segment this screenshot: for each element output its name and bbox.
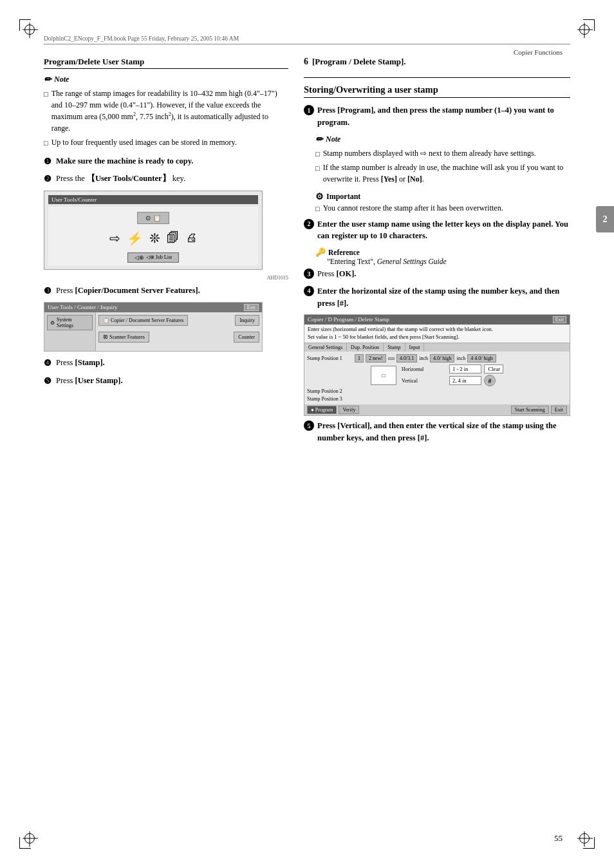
- note-title-left: ✏ Note: [44, 74, 288, 85]
- step-4-left: ❹ Press [Stamp].: [44, 357, 288, 370]
- tab-stamp[interactable]: Stamp: [384, 343, 405, 352]
- vertical-label: Vertical: [402, 378, 447, 384]
- stamp-pos-label-1: Stamp Position 1: [307, 355, 352, 361]
- note-pencil-icon-right: ✏: [315, 134, 323, 145]
- important-item-1: □ You cannot restore the stamp after it …: [315, 202, 570, 214]
- fax-icon: 🖨: [186, 231, 198, 245]
- section-divider-1: [304, 77, 570, 78]
- coords-btn-1[interactable]: 4.0/3.1: [396, 354, 417, 363]
- stamp-pos-row-2: Stamp Position 2: [307, 388, 567, 394]
- header-section: Copier Functions: [514, 48, 563, 56]
- tab-dup[interactable]: Dup. Position: [347, 343, 384, 352]
- header-text: Copier Functions: [514, 48, 563, 56]
- screen-icons-row: ⇨ ⚡ ❊ 🗐 🖨: [51, 227, 256, 250]
- big-screen-tabs: General Settings Dup. Position Stamp Inp…: [304, 343, 570, 352]
- storing-heading: Storing/Overwriting a user stamp: [304, 84, 570, 98]
- ref-key-icon: 🔑: [315, 247, 326, 258]
- arrow-right-icon: ⇨: [109, 231, 120, 246]
- step-1-right: 1 Press [Program], and then press the st…: [304, 104, 570, 129]
- step-circle-4-right: 4: [304, 286, 314, 296]
- step-3-right: 3 Press [OK].: [304, 268, 570, 280]
- doc-icon: 🗐: [167, 231, 180, 245]
- step-5-right: 5 Press [Vertical], and then enter the v…: [304, 420, 570, 444]
- step-num-4-left: ❹: [44, 357, 53, 370]
- coords-btn-2[interactable]: 4.0/ high: [430, 354, 454, 363]
- footer-verify-btn[interactable]: Verify: [339, 406, 359, 414]
- crosshair-tr: [579, 24, 590, 35]
- tab-general[interactable]: General Settings: [304, 343, 347, 352]
- tools-left-panel: ⚙ System Settings: [44, 312, 96, 351]
- section-heading-left: Program/Delete User Stamp: [44, 57, 288, 69]
- step-num-5-left: ❺: [44, 375, 53, 388]
- coords-btn-3[interactable]: 4 4.0/ high: [467, 354, 496, 363]
- big-screen-header: Copier / D Program / Delete Stamp Exit: [304, 315, 570, 325]
- page-number: 55: [554, 833, 563, 844]
- exit-btn-label: Exit: [244, 304, 259, 311]
- note-pencil-icon: ✏: [44, 74, 51, 85]
- big-screen-content: Stamp Position 1 1 2 new! 4.0/3.1 inch 4…: [304, 352, 570, 404]
- left-column: Program/Delete User Stamp ✏ Note □ The r…: [44, 57, 288, 829]
- footer-exit-btn[interactable]: Exit: [551, 406, 567, 414]
- scanner-features-btn[interactable]: 🖹 Scanner Features: [98, 332, 149, 343]
- important-title: ⚙ Important: [315, 191, 570, 202]
- checkbox-icon-2: □: [44, 138, 48, 149]
- num-1-btn[interactable]: 1: [355, 354, 364, 363]
- step-num-3-left: ❸: [44, 285, 53, 297]
- num-3-btn[interactable]: [388, 357, 395, 360]
- horizontal-field[interactable]: 1 - 2 in: [449, 364, 481, 373]
- reference-text: "Entering Text", General Settings Guide: [327, 258, 570, 265]
- step-circle-5-right: 5: [304, 420, 314, 431]
- arrow-next-icon: ⇨: [420, 149, 427, 158]
- bolt-icon: ⚡: [127, 231, 143, 246]
- big-screen-info: Enter sizes (horizontal and vertical) th…: [304, 325, 570, 343]
- reference-title: 🔑 Reference: [315, 247, 570, 258]
- step-circle-1-right: 1: [304, 105, 314, 115]
- counter-btn[interactable]: Counter: [234, 332, 259, 343]
- step-3-left: ❸ Press [Copier/Document Server Features…: [44, 285, 288, 297]
- book-icon: 📋: [153, 214, 161, 222]
- chapter-tab: 2: [596, 206, 614, 232]
- scanner-icon: 🖹: [103, 334, 108, 340]
- crosshair-tl: [24, 24, 35, 35]
- tab-input[interactable]: Input: [405, 343, 425, 352]
- step6-label: 6: [304, 57, 308, 67]
- job-list-icon: ◁⊕: [135, 254, 144, 261]
- crosshair-bl: [24, 833, 35, 844]
- note-item-right-1: □ Stamp numbers displayed with ⇨ next to…: [315, 147, 570, 160]
- clear-btn[interactable]: Clear: [484, 364, 503, 373]
- step-num-1-left: ❶: [44, 155, 53, 168]
- step-circle-3-right: 3: [304, 269, 314, 279]
- checkbox-icon-1: □: [44, 89, 48, 100]
- horizontal-label: Horizontal: [402, 366, 447, 372]
- step-1-left: ❶ Make sure the machine is ready to copy…: [44, 155, 288, 168]
- reference-block: 🔑 Reference "Entering Text", General Set…: [315, 247, 570, 265]
- footer-program-btn[interactable]: ● Program: [307, 406, 337, 414]
- step-5-left: ❺ Press [User Stamp].: [44, 375, 288, 388]
- step-circle-2-right: 2: [304, 219, 314, 229]
- checkbox-icon-right-2: □: [315, 163, 320, 174]
- step-2-right: 2 Enter the user stamp name using the le…: [304, 218, 570, 243]
- hash-button[interactable]: #: [484, 375, 496, 386]
- big-screen-exit-btn[interactable]: Exit: [553, 316, 566, 323]
- step-2-left: ❷ Press the 【User Tools/Counter】 key.: [44, 173, 288, 185]
- copier-icon: 📋: [103, 317, 109, 323]
- screen-copier-delete: Copier / D Program / Delete Stamp Exit E…: [304, 314, 570, 416]
- stamp-pos-row-1: Stamp Position 1 1 2 new! 4.0/3.1 inch 4…: [307, 354, 567, 363]
- inquiry-btn[interactable]: Inquiry: [235, 315, 259, 326]
- num-2-btn[interactable]: 2 new!: [366, 354, 386, 363]
- ahd-label-1: AHD1015: [44, 275, 288, 281]
- note-item-1: □ The range of stamp images for readabil…: [44, 88, 288, 134]
- circle-arrow-icon: ⊙: [145, 214, 151, 222]
- horizontal-row: □ Horizontal 1 - 2 in Clear V: [307, 364, 567, 386]
- screen-tools-counter: User Tools / Counter / Inquiry Exit ⚙ Sy…: [44, 302, 263, 352]
- checkbox-icon-imp-1: □: [315, 203, 320, 214]
- vertical-field[interactable]: 2, 4 in: [449, 376, 481, 385]
- big-screen-footer: ● Program Verify Start Scanning Exit: [304, 404, 570, 415]
- checkbox-icon-right-1: □: [315, 149, 320, 160]
- copier-features-btn[interactable]: 📋 Copier / Document Server Features: [98, 315, 188, 326]
- settings-icon: ❊: [149, 231, 160, 246]
- note-title-right: ✏ Note: [315, 134, 570, 145]
- footer-start-scan-btn[interactable]: Start Scanning: [511, 406, 549, 414]
- important-icon: ⚙: [315, 191, 324, 202]
- note-block-left: ✏ Note □ The range of stamp images for r…: [44, 74, 288, 149]
